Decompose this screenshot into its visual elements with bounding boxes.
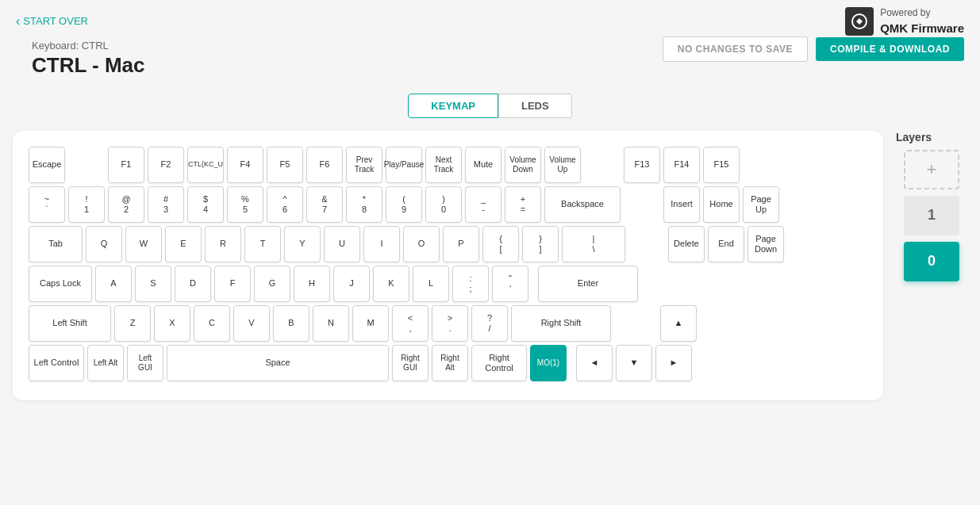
compile-download-button[interactable]: COMPILE & DOWNLOAD: [816, 37, 964, 61]
key-lbracket[interactable]: {[: [482, 226, 519, 262]
layer-0-item[interactable]: 0: [904, 242, 959, 281]
key-5[interactable]: %5: [227, 186, 263, 223]
key-j[interactable]: J: [333, 266, 370, 302]
key-f4[interactable]: F4: [227, 147, 263, 183]
layers-title: Layers: [896, 131, 932, 143]
key-k[interactable]: K: [373, 266, 409, 302]
key-tilde[interactable]: ~`: [29, 186, 65, 223]
key-m[interactable]: M: [352, 305, 389, 342]
key-n[interactable]: N: [313, 305, 349, 342]
key-7[interactable]: &7: [306, 186, 343, 223]
key-caps-lock[interactable]: Caps Lock: [29, 266, 92, 302]
key-right-alt[interactable]: Right Alt: [432, 345, 468, 381]
key-v[interactable]: V: [233, 305, 270, 342]
key-t[interactable]: T: [244, 226, 281, 262]
key-h[interactable]: H: [294, 266, 330, 302]
key-slash[interactable]: ?/: [471, 305, 508, 342]
key-left-alt[interactable]: Left Alt: [87, 345, 124, 381]
key-volume-down[interactable]: Volume Down: [505, 147, 541, 183]
key-right-control[interactable]: Right Control: [471, 345, 527, 381]
key-left[interactable]: ◄: [576, 345, 613, 381]
key-q[interactable]: Q: [86, 226, 122, 262]
key-s[interactable]: S: [135, 266, 171, 302]
key-right-gui[interactable]: Right GUI: [392, 345, 429, 381]
key-page-up[interactable]: Page Up: [743, 186, 779, 223]
key-rbracket[interactable]: }]: [522, 226, 559, 262]
key-space[interactable]: Space: [167, 345, 389, 381]
key-f5[interactable]: F5: [267, 147, 303, 183]
key-left-gui[interactable]: Left GUI: [127, 345, 163, 381]
key-3[interactable]: #3: [148, 186, 184, 223]
key-x[interactable]: X: [154, 305, 190, 342]
no-changes-button[interactable]: NO CHANGES TO SAVE: [663, 36, 808, 62]
key-insert[interactable]: Insert: [663, 186, 700, 223]
key-left-shift[interactable]: Left Shift: [29, 305, 111, 342]
key-z[interactable]: Z: [114, 305, 151, 342]
key-equals[interactable]: +=: [505, 186, 541, 223]
key-mute[interactable]: Mute: [465, 147, 502, 183]
key-down[interactable]: ▼: [616, 345, 652, 381]
key-ctl-kc-u[interactable]: CTL(KC_U: [187, 147, 224, 183]
key-1[interactable]: !1: [68, 186, 105, 223]
key-f13[interactable]: F13: [624, 147, 660, 183]
key-f1[interactable]: F1: [108, 147, 144, 183]
key-o[interactable]: O: [403, 226, 440, 262]
key-period[interactable]: >.: [432, 305, 468, 342]
key-d[interactable]: D: [175, 266, 211, 302]
key-comma[interactable]: <,: [392, 305, 429, 342]
key-u[interactable]: U: [324, 226, 360, 262]
tab-leds[interactable]: LEDS: [498, 94, 572, 118]
key-page-down[interactable]: Page Down: [747, 226, 784, 262]
key-play-pause[interactable]: Play/Pause: [386, 147, 422, 183]
key-volume-up[interactable]: Volume Up: [544, 147, 581, 183]
key-backslash[interactable]: |\: [562, 226, 625, 262]
key-4[interactable]: $4: [187, 186, 224, 223]
key-f[interactable]: F: [214, 266, 251, 302]
key-e[interactable]: E: [165, 226, 202, 262]
key-r[interactable]: R: [205, 226, 241, 262]
key-2[interactable]: @2: [108, 186, 144, 223]
key-f14[interactable]: F14: [663, 147, 700, 183]
key-home[interactable]: Home: [703, 186, 740, 223]
key-f6[interactable]: F6: [306, 147, 343, 183]
key-i[interactable]: I: [363, 226, 400, 262]
key-enter[interactable]: Enter: [538, 266, 638, 302]
number-row: ~` !1 @2 #3 $4 %5 ^6 &7 *8 (9 )0 _- += B…: [29, 186, 867, 223]
start-over-link[interactable]: START OVER: [16, 14, 88, 29]
key-next-track[interactable]: Next Track: [425, 147, 462, 183]
tab-keymap[interactable]: KEYMAP: [408, 94, 498, 118]
key-b[interactable]: B: [273, 305, 309, 342]
main-area: Escape F1 F2 CTL(KC_U F4 F5 F6 Prev Trac…: [0, 131, 980, 400]
key-delete[interactable]: Delete: [668, 226, 705, 262]
key-tab[interactable]: Tab: [29, 226, 83, 262]
qmk-icon: [845, 7, 874, 36]
key-p[interactable]: P: [443, 226, 479, 262]
key-6[interactable]: ^6: [267, 186, 303, 223]
key-right[interactable]: ►: [655, 345, 692, 381]
key-end[interactable]: End: [708, 226, 744, 262]
key-9[interactable]: (9: [386, 186, 422, 223]
key-minus[interactable]: _-: [465, 186, 502, 223]
layer-add-button[interactable]: +: [904, 150, 959, 189]
key-g[interactable]: G: [254, 266, 290, 302]
key-0[interactable]: )0: [425, 186, 462, 223]
key-f2[interactable]: F2: [148, 147, 184, 183]
key-quote[interactable]: "': [492, 266, 528, 302]
key-a[interactable]: A: [95, 266, 132, 302]
key-f15[interactable]: F15: [703, 147, 740, 183]
key-l[interactable]: L: [413, 266, 449, 302]
key-up[interactable]: ▲: [660, 305, 697, 342]
key-left-control[interactable]: Left Control: [29, 345, 84, 381]
key-c[interactable]: C: [194, 305, 230, 342]
function-row: Escape F1 F2 CTL(KC_U F4 F5 F6 Prev Trac…: [29, 147, 867, 183]
key-y[interactable]: Y: [284, 226, 321, 262]
key-w[interactable]: W: [125, 226, 162, 262]
key-semicolon[interactable]: :;: [452, 266, 489, 302]
key-backspace[interactable]: Backspace: [544, 186, 621, 223]
key-prev-track[interactable]: Prev Track: [346, 147, 382, 183]
key-8[interactable]: *8: [346, 186, 382, 223]
key-right-shift[interactable]: Right Shift: [511, 305, 611, 342]
layer-1-item[interactable]: 1: [904, 196, 959, 235]
key-escape[interactable]: Escape: [29, 147, 65, 183]
key-mo1[interactable]: MO(1): [530, 345, 567, 381]
